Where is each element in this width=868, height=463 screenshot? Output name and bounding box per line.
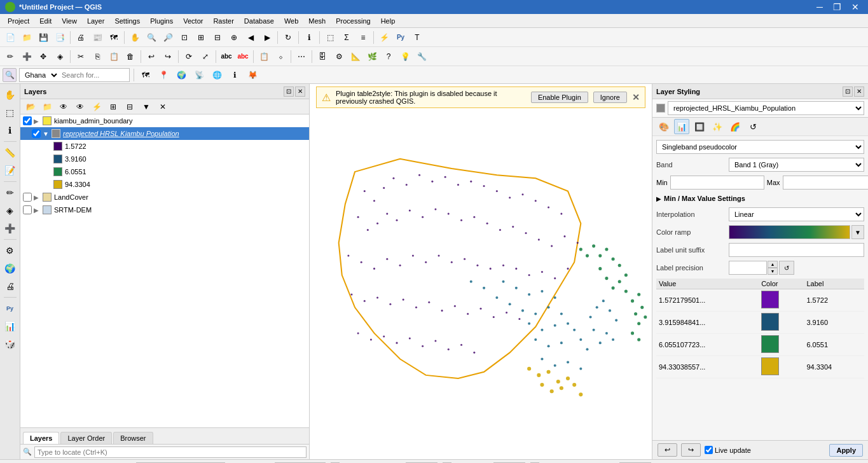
save-btn[interactable]: 💾 [36,30,51,45]
live-update-checkbox[interactable]: Live update [705,446,751,454]
color-row-4[interactable]: 94.33038557... 94.3304 [656,356,864,378]
tool-python[interactable]: Py [2,300,18,317]
renderer-dropdown[interactable]: Singleband pseudocolor [656,140,864,154]
menu-edit[interactable]: Edit [34,16,57,26]
node-tool-btn[interactable]: ◈ [52,49,67,64]
layer-checkbox-reprojected[interactable] [32,129,41,138]
style-icon-effects[interactable]: ✨ [710,119,725,134]
tips-btn[interactable]: 💡 [397,49,413,64]
zoom-in-btn[interactable]: 🔍 [144,30,159,45]
close-style-btn[interactable]: ✕ [854,86,864,97]
save-map-btn[interactable]: 🗺 [106,30,121,45]
tab-layer-order[interactable]: Layer Order [60,432,112,444]
menu-settings[interactable]: Settings [109,16,145,26]
tool-pan[interactable]: ✋ [2,86,18,103]
pan-btn[interactable]: ✋ [127,30,142,45]
hide-all-layers-btn[interactable]: 👁 [72,99,88,114]
rotate-btn[interactable]: ⟳ [181,49,196,64]
python-btn[interactable]: Py [393,30,408,45]
color-2[interactable] [759,312,804,334]
scale-btn[interactable]: ⤢ [198,49,213,64]
color-4[interactable] [759,356,804,378]
zoom-layer-btn[interactable]: ⊟ [210,30,225,45]
layer-item-srtm[interactable]: ▶ SRTM-DEM [20,204,309,216]
zoom-fwd-btn[interactable]: ▶ [259,30,275,45]
locate-btn[interactable]: 🔍 [3,68,17,82]
zoom-out-btn[interactable]: 🔎 [160,30,176,45]
tab-browser[interactable]: Browser [113,432,153,444]
select-features-btn[interactable]: ⬚ [322,30,338,45]
attr-form-btn[interactable]: 📋 [256,49,272,64]
cut-btn[interactable]: ✂ [73,49,88,64]
print2-btn[interactable]: 📰 [90,30,105,45]
menu-web[interactable]: Web [279,16,303,26]
style-icon-paint[interactable]: 🎨 [656,119,672,134]
tool-globe[interactable]: 🌍 [2,260,18,277]
more-tools-btn[interactable]: ⋯ [294,49,309,64]
label-edit-btn[interactable]: abc [219,49,234,64]
minimize-btn[interactable]: ─ [813,2,827,12]
style-layer-dropdown[interactable]: reprojected_HRSL_Kiambu_Population [668,101,864,115]
layer-item-val3[interactable]: 6.0551 [20,165,309,178]
float-style-btn[interactable]: ⊡ [843,86,853,97]
move-feature-btn[interactable]: ✥ [36,49,51,64]
open-btn[interactable]: 📁 [19,30,34,45]
menu-raster[interactable]: Raster [208,16,238,26]
delete-btn[interactable]: 🗑 [123,49,138,64]
label-suffix-input[interactable] [729,243,864,257]
identify-btn[interactable]: ℹ [301,30,317,45]
db-manager-btn[interactable]: 🗄 [315,49,330,64]
menu-plugins[interactable]: Plugins [145,16,178,26]
digitize-btn[interactable]: ⬦ [273,49,288,64]
print-btn[interactable]: 🖨 [73,30,88,45]
filter-layer-btn2[interactable]: ▼ [139,99,154,114]
edit-btn[interactable]: ✏ [3,49,18,64]
processing-toolbox-btn[interactable]: ⚙ [331,49,347,64]
band-dropdown[interactable]: Band 1 (Gray) [729,158,864,172]
menu-vector[interactable]: Vector [178,16,208,26]
tool-print[interactable]: 🖨 [2,278,18,294]
layer-item-reprojected[interactable]: ▼ reprojected HRSL Kiambu Population [20,127,309,140]
tab-layers[interactable]: Layers [23,432,59,444]
tool-measure[interactable]: 📏 [2,144,18,161]
diagram-btn[interactable]: abc [235,49,251,64]
tool-edit[interactable]: ✏ [2,184,18,201]
color-ramp-swatch[interactable] [729,225,850,239]
menu-layer[interactable]: Layer [82,16,110,26]
layer-item-val1[interactable]: 1.5722 [20,140,309,153]
collapse-all-btn[interactable]: ⊟ [122,99,137,114]
color-ramp-expand-btn[interactable]: ▼ [851,225,864,239]
open-layer-btn[interactable]: 📂 [23,99,38,114]
color-row-1[interactable]: 1.572179501... 1.5722 [656,289,864,312]
style-icon-layer[interactable]: 📊 [674,119,689,134]
plugin-bing-btn[interactable]: 🌐 [209,67,224,83]
close-btn[interactable]: ✕ [848,2,863,12]
zoom-back-btn[interactable]: ◀ [243,30,258,45]
precision-down-btn[interactable]: ▼ [768,268,778,275]
copy-btn[interactable]: ⎘ [90,49,105,64]
redo-style-btn[interactable]: ↪ [681,443,701,457]
style-icon-colorize[interactable]: 🌈 [727,119,743,134]
tool-select[interactable]: ⬚ [2,104,18,121]
plugin-map-btn4[interactable]: 📡 [191,67,207,83]
refresh-btn[interactable]: ↻ [280,30,296,45]
layer-search-input[interactable] [34,446,307,458]
menu-mesh[interactable]: Mesh [303,16,331,26]
enable-plugin-btn[interactable]: Enable Plugin [531,92,588,103]
remove-layer-btn[interactable]: ✕ [155,99,170,114]
filter-layers-btn[interactable]: ⚡ [89,99,104,114]
precision-reset-btn[interactable]: ↺ [779,261,794,275]
add-group-btn[interactable]: 📁 [39,99,55,114]
apply-style-btn[interactable]: Apply [829,444,863,457]
menu-view[interactable]: View [57,16,82,26]
layer-item-val4[interactable]: 94.3304 [20,178,309,191]
live-update-check[interactable] [705,446,713,454]
tool-node[interactable]: ◈ [2,202,18,219]
plugin-map-btn3[interactable]: 🌍 [174,67,189,83]
search-input[interactable] [59,69,129,81]
help-content-btn[interactable]: ? [381,49,396,64]
style-icon-history[interactable]: ↺ [745,119,761,134]
color-row-3[interactable]: 6.055107723... 6.0551 [656,334,864,356]
layer-item-landcover[interactable]: ▶ LandCover [20,191,309,204]
tool-3d[interactable]: 🎲 [2,336,18,352]
